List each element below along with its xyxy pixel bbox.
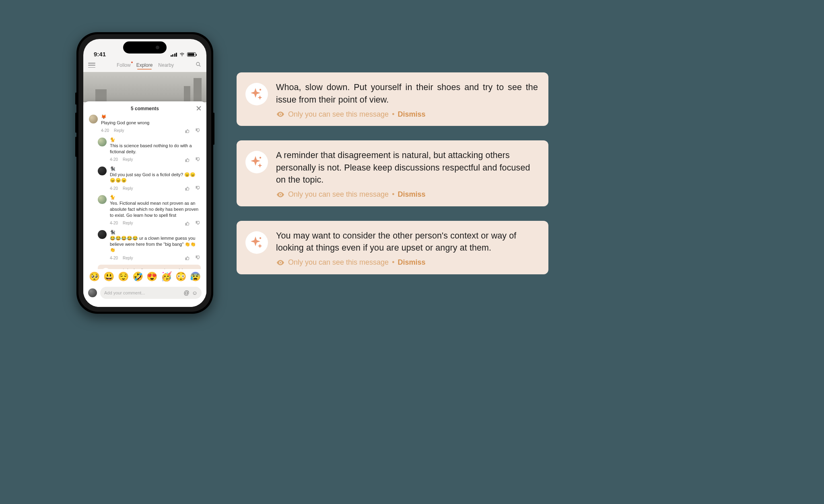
- avatar[interactable]: [98, 167, 107, 175]
- thumbs-down-icon[interactable]: [195, 220, 201, 226]
- intervention-text: Whoa, slow down. Put yourself in their s…: [276, 81, 538, 106]
- reply-button[interactable]: Reply: [123, 256, 133, 260]
- phone-screen: 9:41 Follow Explore Nearby: [83, 39, 206, 307]
- tab-nearby[interactable]: Nearby: [158, 62, 174, 68]
- thumbs-up-icon[interactable]: [185, 255, 190, 261]
- phone-bezel: 9:41 Follow Explore Nearby: [78, 34, 211, 312]
- sheet-title: 5 comments: [83, 101, 206, 115]
- cellular-icon: [171, 53, 177, 57]
- composer: Add your comment... @ ☺: [83, 284, 206, 307]
- svg-line-2: [199, 65, 200, 66]
- comment-text: Yes. Fictional would mean not proven as …: [110, 200, 201, 218]
- comments-sheet: 5 comments 🦊Playing God gone wrong4-20Re…: [83, 101, 206, 307]
- eye-icon: [276, 258, 285, 267]
- comment-author-badge: 🐈‍⬛: [110, 167, 201, 171]
- svg-point-1: [196, 62, 200, 66]
- comment-text: This is science based nothing to do with…: [110, 143, 201, 155]
- comment-author-badge: 🐈: [110, 195, 201, 200]
- phone-volume-down: [75, 137, 77, 157]
- comment-date: 4-20: [110, 256, 118, 260]
- comment-row: 🐈Yes. Fictional would mean not proven as…: [89, 195, 201, 226]
- close-icon[interactable]: [196, 105, 202, 111]
- intervention-card: A reminder that disagreement is natural,…: [237, 140, 548, 206]
- intervention-cards: Whoa, slow down. Put yourself in their s…: [237, 72, 548, 274]
- comment-date: 4-20: [101, 128, 109, 133]
- avatar[interactable]: [98, 230, 107, 239]
- emoji-option[interactable]: 😰: [190, 272, 201, 281]
- emoji-option[interactable]: 😌: [118, 272, 129, 281]
- avatar: [88, 288, 97, 297]
- eye-icon: [276, 190, 285, 199]
- wifi-icon: [179, 51, 185, 58]
- comment-author-badge: 🐈: [110, 138, 201, 142]
- post-hero-image[interactable]: [83, 72, 206, 102]
- thumbs-down-icon[interactable]: [195, 185, 201, 191]
- comment-row: 🐈‍⬛😂😂😂😂😂 ur a clown lemme guess you beli…: [89, 230, 201, 261]
- reply-button[interactable]: Reply: [123, 221, 133, 225]
- avatar[interactable]: [89, 115, 98, 123]
- phone-mockup: 9:41 Follow Explore Nearby: [76, 32, 213, 314]
- dismiss-button[interactable]: Dismiss: [398, 110, 425, 119]
- phone-power-button: [213, 113, 214, 145]
- comment-input[interactable]: Add your comment... @ ☺: [100, 287, 202, 299]
- thumbs-up-icon[interactable]: [185, 185, 190, 191]
- sparkle-icon: [245, 83, 268, 105]
- emoji-icon[interactable]: ☺: [192, 290, 198, 296]
- battery-icon: [187, 52, 196, 57]
- thumbs-down-icon[interactable]: [195, 255, 201, 261]
- reply-button[interactable]: Reply: [123, 157, 133, 162]
- thumbs-down-icon[interactable]: [195, 157, 201, 163]
- sparkle-icon: [245, 231, 268, 254]
- comment-date: 4-20: [110, 221, 118, 225]
- comment-text: Playing God gone wrong: [101, 120, 201, 126]
- tab-follow[interactable]: Follow: [117, 62, 131, 68]
- phone-volume-up: [75, 113, 77, 133]
- emoji-option[interactable]: 🥺: [89, 272, 100, 281]
- status-time: 9:41: [94, 51, 106, 58]
- comment-date: 4-20: [110, 186, 118, 191]
- app-top-bar: Follow Explore Nearby: [83, 58, 206, 72]
- menu-icon[interactable]: [88, 63, 95, 68]
- emoji-option[interactable]: 🥳: [161, 272, 172, 281]
- intervention-card: Whoa, slow down. Put yourself in their s…: [237, 72, 548, 126]
- intervention-text: You may want to consider the other perso…: [276, 230, 538, 254]
- intervention-inline: A reminder that disagreement is natural,…: [98, 265, 201, 269]
- emoji-option[interactable]: 😳: [175, 272, 186, 281]
- dynamic-island: [123, 41, 167, 53]
- avatar[interactable]: [98, 195, 107, 204]
- top-tabs: Follow Explore Nearby: [95, 62, 195, 68]
- tab-explore[interactable]: Explore: [136, 62, 153, 68]
- emoji-option[interactable]: 🤣: [132, 272, 143, 281]
- visibility-note: Only you can see this message: [288, 258, 389, 267]
- eye-icon: [276, 110, 285, 119]
- visibility-note: Only you can see this message: [288, 110, 389, 119]
- comment-row: 🦊Playing God gone wrong4-20Reply: [89, 115, 201, 134]
- comment-text: 😂😂😂😂😂 ur a clown lemme guess you believe…: [110, 235, 201, 253]
- dismiss-button[interactable]: Dismiss: [398, 190, 425, 199]
- visibility-note: Only you can see this message: [288, 190, 389, 199]
- avatar[interactable]: [98, 138, 107, 146]
- comment-author-badge: 🦊: [101, 115, 201, 119]
- phone-mute-switch: [75, 93, 77, 105]
- thumbs-down-icon[interactable]: [195, 128, 201, 134]
- emoji-option[interactable]: 😃: [103, 272, 114, 281]
- sparkle-icon: [245, 151, 268, 173]
- comment-text: Did you just say God is a fictiol deity?…: [110, 172, 201, 184]
- dismiss-button[interactable]: Dismiss: [398, 258, 425, 267]
- comment-date: 4-20: [110, 157, 118, 162]
- reply-button[interactable]: Reply: [114, 128, 124, 133]
- mention-icon[interactable]: @: [183, 290, 189, 296]
- comment-placeholder: Add your comment...: [104, 290, 181, 295]
- search-icon[interactable]: [195, 61, 202, 69]
- thumbs-up-icon[interactable]: [185, 220, 190, 226]
- intervention-text: A reminder that disagreement is natural,…: [276, 149, 538, 186]
- thumbs-up-icon[interactable]: [185, 157, 190, 163]
- emoji-option[interactable]: 😍: [146, 272, 157, 281]
- comment-row: 🐈This is science based nothing to do wit…: [89, 138, 201, 163]
- thumbs-up-icon[interactable]: [185, 128, 190, 134]
- reply-button[interactable]: Reply: [123, 186, 133, 191]
- intervention-card: You may want to consider the other perso…: [237, 221, 548, 274]
- svg-point-0: [182, 56, 182, 56]
- comments-list: 🦊Playing God gone wrong4-20Reply🐈This is…: [83, 115, 206, 269]
- comment-row: 🐈‍⬛Did you just say God is a fictiol dei…: [89, 167, 201, 191]
